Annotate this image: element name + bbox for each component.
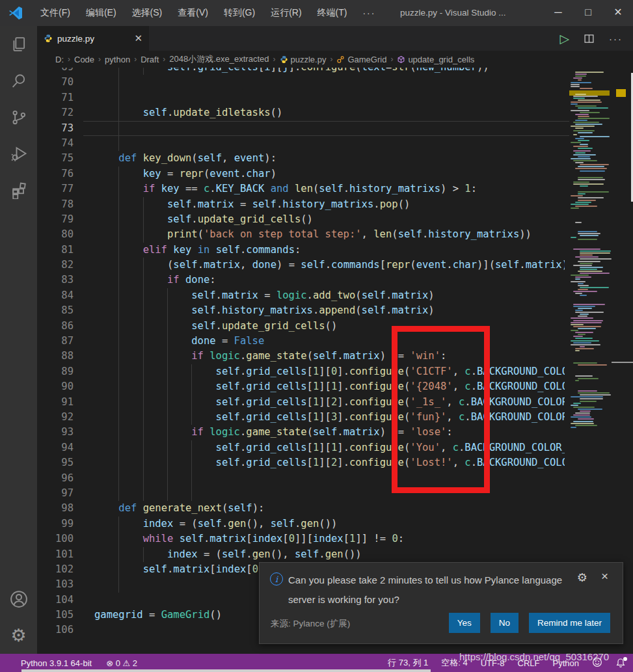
status-python-version[interactable]: Python 3.9.1 64-bit [21, 658, 92, 668]
source-control-icon[interactable] [0, 99, 37, 135]
line-number-83[interactable]: 83 [37, 273, 74, 288]
line-number-69[interactable]: 69 [37, 68, 74, 75]
breadcrumb-segment-2048小游戏.exe_extracted[interactable]: 2048小游戏.exe_extracted [169, 53, 269, 65]
line-number-77[interactable]: 77 [37, 181, 74, 196]
code-line-70[interactable] [94, 75, 565, 90]
line-number-100[interactable]: 100 [37, 531, 74, 546]
line-number-gutter[interactable]: 6970717273747576777879808182838485868788… [37, 68, 74, 638]
code-line-94[interactable]: self.grid_cells[1][1].configure('You', c… [94, 440, 565, 455]
line-number-96[interactable]: 96 [37, 471, 74, 486]
code-line-79[interactable]: self.update_grid_cells() [94, 212, 565, 227]
code-line-85[interactable]: self.history_matrixs.append(self.matrix) [94, 303, 565, 318]
no-button[interactable]: No [491, 613, 519, 633]
minimize-button[interactable]: ─ [543, 0, 573, 26]
code-line-99[interactable]: index = (self.gen(), self.gen()) [94, 517, 565, 531]
code-line-91[interactable]: self.grid_cells[1][2].configure('_1s_', … [94, 395, 565, 410]
code-line-100[interactable]: while self.matrix[index[0]][index[1]] !=… [94, 531, 565, 546]
minimap[interactable] [569, 70, 610, 431]
menu-more[interactable]: ··· [355, 5, 383, 21]
line-number-95[interactable]: 95 [37, 455, 74, 470]
line-number-79[interactable]: 79 [37, 212, 74, 227]
line-number-73[interactable]: 73 [37, 121, 74, 136]
line-number-75[interactable]: 75 [37, 151, 74, 166]
code-line-75[interactable]: def key_down(self, event): [94, 151, 565, 166]
close-button[interactable]: ✕ [603, 0, 633, 26]
status-cursor-position[interactable]: 行 73, 列 1 [388, 657, 428, 669]
code-line-93[interactable]: if logic.game_state(self.matrix) == 'los… [94, 425, 565, 440]
breadcrumb-segment-Draft[interactable]: Draft [141, 55, 159, 64]
code-line-83[interactable]: if done: [94, 273, 565, 288]
breadcrumb-segment-python[interactable]: python [105, 55, 130, 64]
breadcrumb-segment-update_grid_cells[interactable]: update_grid_cells [397, 55, 474, 64]
split-editor-button[interactable] [584, 33, 595, 44]
breadcrumb-segment-Code[interactable]: Code [74, 55, 94, 64]
line-number-98[interactable]: 98 [37, 501, 74, 516]
line-number-101[interactable]: 101 [37, 547, 74, 562]
tab-close-icon[interactable]: ✕ [134, 33, 142, 44]
line-number-106[interactable]: 106 [37, 623, 74, 638]
menu-item-5[interactable]: 运行(R) [263, 5, 309, 21]
remind-me-later-button[interactable]: Remind me later [529, 613, 610, 633]
code-line-84[interactable]: self.matrix = logic.add_two(self.matrix) [94, 288, 565, 303]
line-number-89[interactable]: 89 [37, 364, 74, 379]
code-line-81[interactable]: elif key in self.commands: [94, 243, 565, 258]
code-line-73[interactable] [94, 121, 565, 136]
yes-button[interactable]: Yes [449, 613, 480, 633]
menu-item-3[interactable]: 查看(V) [170, 5, 216, 21]
notification-close-icon[interactable]: × [601, 569, 608, 584]
line-number-76[interactable]: 76 [37, 167, 74, 181]
code-line-88[interactable]: if logic.game_state(self.matrix) == 'win… [94, 349, 565, 364]
line-number-72[interactable]: 72 [37, 105, 74, 120]
code-line-86[interactable]: self.update_grid_cells() [94, 319, 565, 334]
code-line-96[interactable] [94, 471, 565, 486]
line-number-88[interactable]: 88 [37, 349, 74, 364]
code-line-71[interactable] [94, 90, 565, 105]
code-line-92[interactable]: self.grid_cells[1][3].configure('fun}', … [94, 410, 565, 425]
code-line-89[interactable]: self.grid_cells[1][0].configure('C1CTF',… [94, 364, 565, 379]
breadcrumb-segment-puzzle.py[interactable]: puzzle.py [280, 55, 327, 64]
line-number-105[interactable]: 105 [37, 608, 74, 623]
breadcrumb-segment-GameGrid[interactable]: GameGrid [336, 55, 386, 64]
line-number-103[interactable]: 103 [37, 577, 74, 592]
line-number-90[interactable]: 90 [37, 379, 74, 394]
tab-puzzle-py[interactable]: puzzle.py ✕ [37, 26, 149, 51]
search-icon[interactable] [0, 62, 37, 99]
line-number-104[interactable]: 104 [37, 593, 74, 608]
extensions-icon[interactable] [0, 172, 37, 208]
line-number-78[interactable]: 78 [37, 197, 74, 212]
code-line-74[interactable] [94, 136, 565, 151]
code-line-76[interactable]: key = repr(event.char) [94, 167, 565, 181]
notifications-bell-icon[interactable] [615, 658, 626, 669]
menu-item-0[interactable]: 文件(F) [33, 5, 78, 21]
run-file-button[interactable]: ▷ [559, 31, 569, 46]
line-number-84[interactable]: 84 [37, 288, 74, 303]
code-line-69[interactable]: self.grid_cells[i][j].configure(text=str… [94, 68, 565, 75]
code-line-77[interactable]: if key == c.KEY_BACK and len(self.histor… [94, 181, 565, 196]
line-number-97[interactable]: 97 [37, 486, 74, 501]
line-number-70[interactable]: 70 [37, 75, 74, 90]
line-number-86[interactable]: 86 [37, 319, 74, 334]
line-number-74[interactable]: 74 [37, 136, 74, 151]
code-line-87[interactable]: done = False [94, 334, 565, 349]
line-number-82[interactable]: 82 [37, 258, 74, 273]
line-number-91[interactable]: 91 [37, 395, 74, 410]
code-line-78[interactable]: self.matrix = self.history_matrixs.pop() [94, 197, 565, 212]
code-line-72[interactable]: self.update_idletasks() [94, 105, 565, 120]
menu-item-4[interactable]: 转到(G) [216, 5, 263, 21]
code-lines[interactable]: self.grid_cells[i][j].configure(text=str… [94, 68, 565, 638]
settings-gear-icon[interactable]: ⚙ [0, 617, 37, 654]
account-icon[interactable] [0, 581, 37, 617]
notification-settings-icon[interactable]: ⚙ [577, 571, 587, 585]
menu-item-1[interactable]: 编辑(E) [78, 5, 124, 21]
code-line-95[interactable]: self.grid_cells[1][2].configure('Lost!',… [94, 455, 565, 470]
line-number-87[interactable]: 87 [37, 334, 74, 349]
explorer-icon[interactable] [0, 26, 37, 62]
line-number-94[interactable]: 94 [37, 440, 74, 455]
menu-item-2[interactable]: 选择(S) [124, 5, 170, 21]
editor-more-actions-button[interactable]: ··· [609, 33, 623, 44]
code-line-82[interactable]: (self.matrix, done) = self.commands[repr… [94, 258, 565, 273]
line-number-85[interactable]: 85 [37, 303, 74, 318]
code-line-90[interactable]: self.grid_cells[1][1].configure('{2048',… [94, 379, 565, 394]
line-number-71[interactable]: 71 [37, 90, 74, 105]
code-line-98[interactable]: def generate_next(self): [94, 501, 565, 516]
